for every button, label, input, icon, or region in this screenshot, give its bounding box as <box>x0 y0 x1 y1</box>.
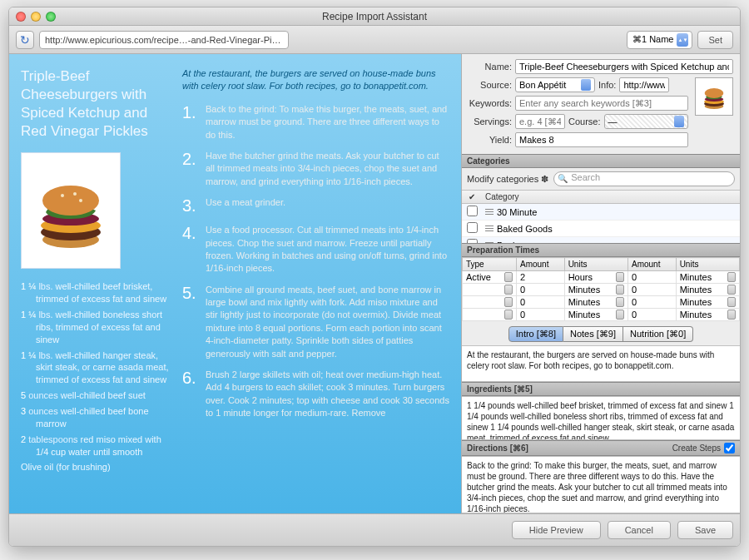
category-row[interactable]: Baked Goods <box>462 221 740 237</box>
field-selector-combo[interactable]: ⌘1 Name ▲▼ <box>627 31 693 49</box>
ingredient-item: Olive oil (for brushing) <box>21 461 171 473</box>
yield-label: Yield: <box>469 135 512 145</box>
stepper-icon[interactable] <box>504 297 513 307</box>
category-list[interactable]: ✔Category 30 MinuteBaked GoodsBasicBeef <box>462 190 740 243</box>
keywords-label: Keywords: <box>469 98 512 108</box>
preview-pane: Triple-Beef Cheeseburgers with Spiced Ke… <box>9 54 461 513</box>
main-split: Triple-Beef Cheeseburgers with Spiced Ke… <box>9 54 740 513</box>
window-title: Recipe Import Assistant <box>9 11 740 22</box>
tab-nutrition[interactable]: Nutrition [⌘0] <box>623 326 693 342</box>
category-row[interactable]: 30 Minute <box>462 204 740 221</box>
course-label: Course: <box>568 116 601 126</box>
source-label: Source: <box>469 80 512 90</box>
gear-icon: ✽ <box>541 174 548 185</box>
ingredient-item: 3 ounces well-chilled beef bone marrow <box>21 405 171 430</box>
recipe-title: Triple-Beef Cheeseburgers with Spiced Ke… <box>21 67 171 141</box>
name-field[interactable] <box>515 59 733 74</box>
svg-point-12 <box>705 88 724 98</box>
info-field[interactable] <box>619 77 669 92</box>
name-label: Name: <box>469 62 512 72</box>
chevron-updown-icon <box>581 79 591 91</box>
chevron-updown-icon <box>674 116 684 127</box>
step-item: 4.Use a food processor. Cut all trimmed … <box>182 224 449 275</box>
stepper-icon[interactable] <box>727 272 736 282</box>
step-item: 3.Use a meat grinder. <box>182 196 449 216</box>
button-bar: Hide Preview Cancel Save <box>9 513 740 546</box>
categories-header: Categories <box>462 154 740 168</box>
prep-times-header: Preparation Times <box>462 243 740 257</box>
category-checkbox[interactable] <box>467 206 478 216</box>
app-window: Recipe Import Assistant ↻ http://www.epi… <box>8 7 741 547</box>
field-selector-label: ⌘1 Name <box>632 34 674 45</box>
cancel-button[interactable]: Cancel <box>608 521 671 539</box>
tab-notes[interactable]: Notes [⌘9] <box>563 326 623 342</box>
recipe-photo <box>21 152 121 269</box>
step-item: 5.Combine all ground meats, beef suet, a… <box>182 284 449 360</box>
svg-point-7 <box>79 199 82 202</box>
ingredients-textarea[interactable]: 1 1/4 pounds well-chilled beef brisket, … <box>462 396 740 440</box>
ingredient-list: 1 ¼ lbs. well-chilled beef brisket, trim… <box>21 280 171 473</box>
category-row[interactable]: Basic <box>462 237 740 243</box>
prep-row: 0Minutes0Minutes <box>463 296 740 309</box>
stepper-icon[interactable] <box>616 297 624 307</box>
stepper-icon[interactable] <box>727 297 736 307</box>
directions-textarea[interactable]: Back to the grind: To make this burger, … <box>462 456 740 513</box>
modify-categories-button[interactable]: Modify categories ✽ <box>467 174 548 185</box>
ingredients-header: Ingredients [⌘5] <box>462 382 740 396</box>
step-list: 1.Back to the grind: To make this burger… <box>182 103 449 420</box>
svg-point-5 <box>61 194 64 197</box>
burger-image <box>29 161 112 260</box>
ingredient-item: 5 ounces well-chilled beef suet <box>21 389 171 402</box>
stepper-icon[interactable] <box>504 310 513 320</box>
course-combo[interactable]: — <box>604 114 688 129</box>
list-icon <box>485 225 494 232</box>
yield-field[interactable] <box>515 132 688 147</box>
prep-times-table: TypeAmountUnitsAmountUnitsActive2Hours0M… <box>462 257 740 321</box>
create-steps-label: Create Steps <box>672 444 721 453</box>
ingredient-item: 1 ¼ lbs. well-chilled beef brisket, trim… <box>21 280 171 305</box>
stepper-icon[interactable] <box>616 310 624 320</box>
source-combo[interactable]: Bon Appétit <box>515 77 595 92</box>
category-checkbox[interactable] <box>467 222 478 233</box>
titlebar: Recipe Import Assistant <box>9 7 740 26</box>
recipe-intro: At the restaurant, the burgers are serve… <box>182 67 449 93</box>
hide-preview-button[interactable]: Hide Preview <box>512 521 601 539</box>
prep-row: 0Minutes0Minutes <box>463 284 740 296</box>
svg-point-6 <box>73 192 77 196</box>
form-pane: Name: Source: Bon Appétit Info: Keywords… <box>461 54 740 513</box>
chevron-updown-icon: ▲▼ <box>677 33 688 47</box>
stepper-icon[interactable] <box>504 285 513 295</box>
burger-thumb-icon <box>697 80 731 113</box>
stepper-icon[interactable] <box>616 272 624 282</box>
text-tabs: Intro [⌘8] Notes [⌘9] Nutrition [⌘0] <box>462 321 740 345</box>
svg-point-4 <box>42 186 99 216</box>
prep-row: 0Minutes0Minutes <box>463 309 740 321</box>
toolbar: ↻ http://www.epicurious.com/recipe…-and-… <box>9 26 740 54</box>
list-icon <box>485 209 494 216</box>
info-label: Info: <box>598 80 616 90</box>
step-item: 6.Brush 2 large skillets with oil; heat … <box>182 369 449 420</box>
stepper-icon[interactable] <box>727 310 736 320</box>
ingredient-item: 2 tablespoons red miso mixed with 1/4 cu… <box>21 434 171 458</box>
prep-row: Active2Hours0Minutes <box>463 271 740 284</box>
ingredient-item: 1 ¼ lbs. well-chilled boneless short rib… <box>21 309 171 346</box>
step-item: 1.Back to the grind: To make this burger… <box>182 103 449 141</box>
stepper-icon[interactable] <box>727 285 736 295</box>
url-field[interactable]: http://www.epicurious.com/recipe…-and-Re… <box>39 31 289 49</box>
recipe-thumbnail[interactable] <box>695 77 733 116</box>
servings-label: Servings: <box>469 116 512 126</box>
ingredient-item: 1 ¼ lbs. well-chilled hanger steak, skir… <box>21 349 171 387</box>
stepper-icon[interactable] <box>504 272 513 282</box>
create-steps-checkbox[interactable] <box>724 443 735 453</box>
step-item: 2.Have the butcher grind the meats. Ask … <box>182 150 449 188</box>
set-button[interactable]: Set <box>697 31 733 49</box>
tab-intro[interactable]: Intro [⌘8] <box>508 326 563 342</box>
reload-button[interactable]: ↻ <box>16 31 34 49</box>
directions-header: Directions [⌘6] Create Steps <box>462 440 740 456</box>
intro-textarea[interactable]: At the restaurant, the burgers are serve… <box>462 345 740 382</box>
save-button[interactable]: Save <box>677 521 733 539</box>
category-search-input[interactable]: Search <box>553 171 735 186</box>
stepper-icon[interactable] <box>616 285 624 295</box>
servings-field[interactable] <box>515 114 565 129</box>
keywords-field[interactable] <box>515 96 688 111</box>
